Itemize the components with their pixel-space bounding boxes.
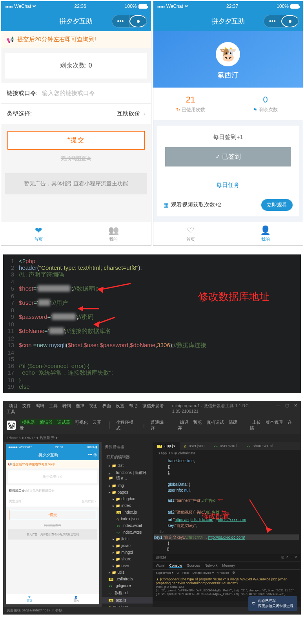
file-index.json[interactable]: index.json [102,516,153,522]
task-text: 观看视频获取次数+2 [171,201,262,209]
menu-文件[interactable]: 文件 [20,402,33,409]
file-.gitignore[interactable]: .gitignore [102,582,153,589]
menu-选择[interactable]: 选择 [73,402,87,409]
phone-profile: WeChat 22:37 100% 拼夕夕互助 ••• 🐮 氟西汀 21 ↻已使… [153,1,304,246]
file-app.json[interactable]: app.json [102,604,153,607]
capsule-button[interactable]: ••• [264,15,299,27]
watch-button[interactable]: 立即观看 [261,199,293,211]
file-index.wxss[interactable]: index.wxss [102,529,153,536]
file-dist[interactable]: dist [102,462,153,469]
menu-icon[interactable]: ••• [264,15,281,27]
stats-row: 21 ↻已使用次数 0 ⚑剩余次数 [153,88,303,120]
submit-button[interactable]: *提交 [7,131,145,150]
tab-share.wxml[interactable]: share.wxml [242,442,277,450]
username: 氟西汀 [153,70,303,80]
preview-toolbar[interactable]: iPhone 5 100% 16 ▾ 热重载 开 ▾ [4,434,300,442]
file-jiqiao[interactable]: jiqiao [102,542,153,549]
file-app.js[interactable]: app.js [102,597,153,604]
tab-mine[interactable]: 👤我的 [228,222,303,245]
wifi-icon [185,3,188,9]
menu-视图[interactable]: 视图 [87,402,100,409]
phone-home: WeChat 22:36 100% 拼夕夕互助 ••• 提交后20分钟左右即可查… [1,1,151,246]
file-index[interactable]: index [102,502,153,509]
screenshot-query-link[interactable]: 完成截图查询 [1,154,151,169]
speaker-icon [7,36,14,43]
page-title: 拼夕夕互助 [211,17,245,26]
toolbar: 🐼 模拟器编辑器调试器可视化云开发 小程序模式 | 普通编译 编译预览真机调试清… [4,416,300,434]
file-dingdan[interactable]: dingdan [102,496,153,502]
type-label: 类型选择: [7,110,42,117]
simulator-panel: ●●●●● WeChat⌔22:36100% ▮ 拼夕夕互助 ••• ◎ 📢 提… [4,442,102,607]
editor-tabs[interactable]: app.jsuser.jsonuser.wxmlshare.wxml [153,442,300,450]
svg-marker-2 [93,321,100,327]
mode-select[interactable]: 小程序模式 [114,419,139,432]
battery-pct: 100% [125,4,137,9]
menu-项目[interactable]: 项目 [7,402,20,409]
type-value: 互助砍价 [42,110,140,117]
tab-home[interactable]: 首页 [153,222,228,245]
file-mingxi[interactable]: mingxi [102,549,153,556]
signed-button[interactable]: 已签到 [165,147,291,166]
avatar[interactable]: 🐮 [216,42,240,66]
type-select-row[interactable]: 类型选择: 互助砍价 › [1,104,151,124]
compile-select[interactable]: 普通编译 [148,419,170,432]
annotation-db: 修改数据库地址 [198,290,269,304]
menu-工具[interactable]: 工具 [47,402,60,409]
menu-编辑[interactable]: 编辑 [33,402,47,409]
code-content[interactable]: traceUser: true, }) }, globalData: { use… [153,456,300,554]
tab-mine[interactable]: 我的 [76,222,151,245]
status-bar: WeChat 22:37 100% [153,1,303,11]
toast-notification[interactable]: 🛡内存已经存 深度加速关闭卡顿进程 [248,596,297,611]
clock: 22:36 [36,4,124,9]
svg-marker-3 [266,527,272,533]
menu-bar[interactable]: 项目文件编辑工具转到选择视图界面设置帮助微信开发者工具 miniprogram-… [4,401,300,416]
file-explorer[interactable]: 资源管理器 打开的编辑器 distfunctions | 当前环境 a…imgp… [102,442,153,607]
signin-title: 每日签到+1 [165,134,291,141]
profile-header: 🐮 氟西汀 [153,31,303,88]
menu-帮助[interactable]: 帮助 [127,402,140,409]
notice-bar: 提交后20分钟左右即可查询到! [1,31,151,48]
tab-home[interactable]: 首页 [1,222,76,245]
annotation-config: 修改配置 [202,511,230,521]
phone-screenshots-row: WeChat 22:36 100% 拼夕夕互助 ••• 提交后20分钟左右即可查… [0,0,304,247]
page-title: 拼夕夕互助 [59,17,93,26]
signin-card: 每日签到+1 已签到 [157,126,299,174]
breadcrumb[interactable]: JS app.js > ⊕ globalData [153,450,300,456]
tab-app.js[interactable]: app.js [153,442,180,450]
daily-task-title: 每日任务 [157,174,299,194]
menu-设置[interactable]: 设置 [113,402,127,409]
tab-user.wxml[interactable]: user.wxml [209,442,242,450]
file-functions | 当前环境 a…[interactable]: functions | 当前环境 a… [102,469,153,482]
link-field[interactable]: 输入您的链接或口令 [42,90,146,97]
file-jietu[interactable]: jietu [102,536,153,542]
file-.eslintrc.js[interactable]: .eslintrc.js [102,576,153,582]
tab-user.json[interactable]: user.json [180,442,209,450]
remaining-card: 剩余次数: 0 [5,53,147,79]
carrier: WeChat [166,4,183,9]
file-index.wxml[interactable]: index.wxml [102,522,153,529]
file-教程.txt[interactable]: 教程.txt [102,589,153,597]
window-controls[interactable]: —▢✕ [276,403,297,415]
open-editors-header[interactable]: 打开的编辑器 [102,452,153,462]
file-index.js[interactable]: index.js [102,509,153,516]
file-share[interactable]: share [102,556,153,562]
capsule-button[interactable]: ••• [112,15,147,27]
link-input-row[interactable]: 链接或口令: 输入您的链接或口令 [1,83,151,104]
task-watch-video: ▦ 观看视频获取次数+2 立即观看 [157,194,299,216]
file-user[interactable]: user [102,562,153,569]
file-img[interactable]: img [102,482,153,489]
file-utils[interactable]: utils [102,569,153,576]
menu-转到[interactable]: 转到 [60,402,73,409]
code-editor-panel: app.jsuser.jsonuser.wxmlshare.wxml JS ap… [153,442,300,607]
video-icon: ▦ [164,202,169,208]
chevron-right-icon: › [144,110,146,117]
app-icon: 🐼 [7,421,16,430]
notice-text: 提交后20分钟左右即可查询到! [17,36,96,43]
file-pages[interactable]: pages [102,489,153,496]
svg-marker-1 [78,306,83,311]
devtools-console[interactable]: 调试器⊡ ↗ ⋮ ✕ WxmlConsoleSourcesNetworkMemo… [153,554,300,601]
close-icon[interactable] [129,15,147,27]
menu-界面[interactable]: 界面 [100,402,113,409]
close-icon[interactable] [281,15,299,27]
menu-icon[interactable]: ••• [112,15,129,27]
